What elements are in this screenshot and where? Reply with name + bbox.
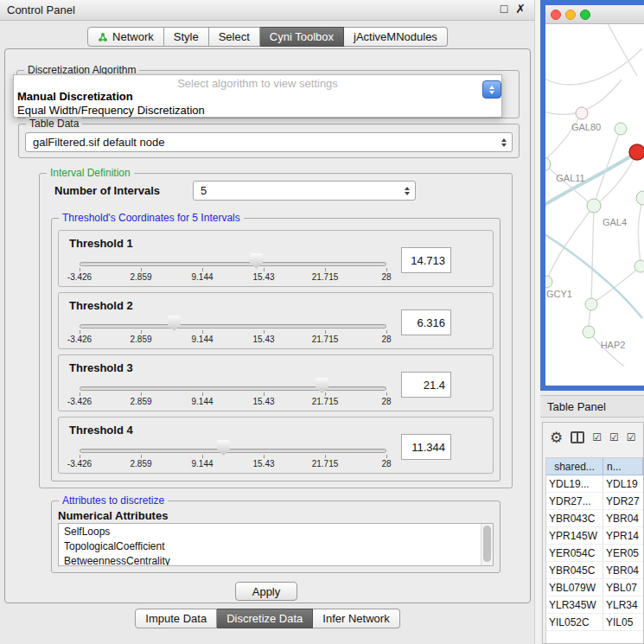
network-node-gal4[interactable] — [587, 199, 601, 213]
cell[interactable]: YER05 — [603, 545, 643, 561]
cell[interactable]: YPR145W — [546, 527, 603, 544]
cell[interactable]: YBR045C — [546, 562, 603, 578]
table-row[interactable]: YBL079WYBL07 — [546, 579, 643, 596]
table-panel-title: Table Panel — [540, 395, 644, 418]
tab-impute-data[interactable]: Impute Data — [135, 609, 217, 628]
network-view-window[interactable]: GAL80 GAL11 GAL4 GCY1 HAP2 — [540, 0, 644, 391]
combo-down-arrow-icon — [489, 91, 494, 94]
scale-tick-label: 21.715 — [312, 335, 339, 344]
network-node[interactable] — [636, 191, 644, 205]
float-window-icon[interactable]: □ — [501, 2, 507, 16]
cell[interactable]: YER054C — [546, 545, 603, 561]
cell[interactable]: YBL07 — [603, 579, 643, 596]
table-row[interactable]: YBR045CYBR04 — [546, 562, 643, 579]
cell[interactable]: YDR27 — [603, 493, 643, 509]
threshold-2-slider-track[interactable] — [80, 324, 386, 328]
table-row[interactable]: YDR27...YDR27 — [546, 493, 643, 510]
tab-jactivemodules[interactable]: jActiveMNodules — [344, 27, 448, 47]
checkbox-icon[interactable]: ☑ — [609, 432, 619, 443]
network-node-hap2[interactable] — [583, 326, 595, 338]
checkbox-icon[interactable]: ☑ — [627, 432, 636, 443]
algorithm-option-equal-width[interactable]: Equal Width/Frequency Discretization — [14, 104, 501, 118]
cell[interactable]: YPR14 — [603, 527, 643, 544]
cell[interactable]: YBR043C — [546, 510, 603, 526]
network-window-titlebar — [545, 5, 644, 24]
scale-tick-label: 2.859 — [130, 397, 151, 406]
zoom-traffic-light-icon[interactable] — [580, 10, 590, 20]
gear-icon[interactable]: ⚙ — [550, 430, 563, 445]
network-node[interactable] — [585, 298, 597, 310]
node-label-gal11: GAL11 — [556, 173, 584, 183]
table-data-combobox[interactable]: galFiltered.sif default node — [25, 132, 513, 152]
cell[interactable]: YLR345W — [546, 596, 603, 613]
tab-network[interactable]: Network — [87, 27, 164, 47]
tab-select-label: Select — [219, 30, 250, 43]
network-graph: GAL80 GAL11 GAL4 GCY1 HAP2 — [545, 24, 644, 367]
cell[interactable]: YDR27... — [546, 493, 603, 509]
scale-tick-label: 2.859 — [130, 272, 151, 282]
list-scrollbar[interactable] — [481, 524, 493, 565]
close-traffic-light-icon[interactable] — [551, 10, 561, 20]
threshold-1-slider-thumb[interactable] — [250, 253, 263, 269]
network-node-gcy1[interactable] — [545, 276, 552, 288]
table-row[interactable]: YBR043CYBR04 — [546, 510, 643, 527]
minimize-traffic-light-icon[interactable] — [565, 10, 576, 20]
screen: Control Panel □ ✗ Network Style Select C… — [0, 0, 644, 644]
list-item[interactable]: BetweennessCentrality — [59, 553, 493, 566]
threshold-3-slider-thumb[interactable] — [316, 378, 328, 393]
list-item[interactable]: SelfLoops — [59, 524, 493, 539]
tab-infer-network[interactable]: Infer Network — [313, 609, 399, 628]
tab-select[interactable]: Select — [209, 27, 260, 47]
close-window-icon[interactable]: ✗ — [515, 2, 526, 16]
algorithm-option-manual[interactable]: Manual Discretization — [14, 90, 501, 104]
tab-cyni-toolbox[interactable]: Cyni Toolbox — [260, 27, 344, 47]
checkbox-icon[interactable]: ☑ — [592, 432, 602, 443]
scrollbar-thumb[interactable] — [483, 526, 491, 562]
bottom-tabbar: Impute Data Discretize Data Infer Networ… — [0, 609, 535, 628]
column-header-name[interactable]: n... — [603, 458, 643, 475]
network-node-selected-red[interactable] — [629, 144, 644, 160]
node-label-hap2: HAP2 — [601, 340, 626, 350]
cell[interactable]: YIL052C — [546, 614, 603, 630]
cell[interactable]: YBR04 — [603, 510, 643, 526]
threshold-3-slider-track[interactable] — [80, 386, 386, 391]
scale-tick-label: -3.426 — [67, 335, 92, 344]
threshold-4-value-field[interactable]: 11.344 — [401, 434, 451, 460]
tab-style[interactable]: Style — [164, 27, 209, 47]
tab-infer-label: Infer Network — [322, 612, 389, 625]
network-node[interactable] — [576, 107, 588, 119]
threshold-4-slider-track[interactable] — [80, 449, 386, 453]
cell[interactable]: YBR04 — [603, 562, 643, 578]
table-row[interactable]: YPR145WYPR14 — [546, 527, 643, 545]
algorithm-placeholder-option[interactable]: Select algorithm to view settings — [14, 75, 501, 90]
cell[interactable]: YDL19... — [546, 475, 603, 492]
cell[interactable]: YLR34 — [603, 596, 643, 613]
cell[interactable]: YIL05 — [603, 614, 643, 630]
tab-jactive-label: jActiveMNodules — [354, 30, 437, 43]
network-node[interactable] — [634, 260, 644, 272]
threshold-2-value-field[interactable]: 6.316 — [401, 309, 451, 335]
tab-discretize-data[interactable]: Discretize Data — [217, 609, 313, 628]
threshold-1-value-field[interactable]: 14.713 — [401, 247, 451, 273]
table-row[interactable]: YDL19...YDL19 — [546, 475, 643, 493]
network-canvas[interactable]: GAL80 GAL11 GAL4 GCY1 HAP2 — [545, 24, 644, 367]
table-row[interactable]: YLR345WYLR34 — [546, 596, 643, 614]
threshold-2-slider-thumb[interactable] — [168, 316, 181, 331]
algorithm-combo-arrow-button[interactable] — [482, 80, 501, 99]
cell[interactable]: YDL19 — [603, 475, 643, 492]
network-node[interactable] — [615, 123, 627, 135]
columns-icon[interactable] — [571, 431, 584, 443]
algorithm-dropdown-popup: Select algorithm to view settings Manual… — [13, 74, 502, 118]
control-panel-titlebar: Control Panel □ ✗ — [0, 0, 534, 21]
threshold-1-slider-track[interactable] — [80, 262, 386, 266]
cell[interactable]: YBL079W — [546, 579, 603, 596]
threshold-3-value-field[interactable]: 21.4 — [401, 372, 451, 398]
column-header-shared-name[interactable]: shared... — [546, 458, 603, 475]
table-row[interactable]: YER054CYER05 — [546, 545, 643, 562]
table-row[interactable]: YIL052CYIL05 — [546, 614, 643, 631]
num-intervals-combobox[interactable]: 5 — [193, 181, 416, 201]
apply-button[interactable]: Apply — [235, 582, 297, 601]
attributes-group-label: Attributes to discretize — [59, 494, 168, 507]
threshold-4-slider-thumb[interactable] — [217, 440, 230, 456]
list-item[interactable]: TopologicalCoefficient — [59, 539, 493, 553]
